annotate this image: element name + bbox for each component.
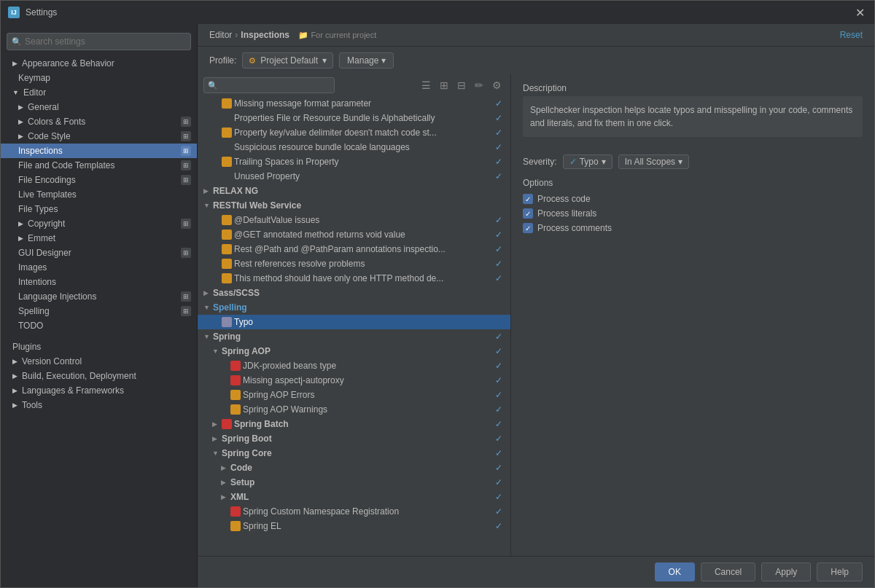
sidebar-item-language-injections[interactable]: Language Injections ⊞	[1, 289, 197, 304]
process-comments-checkbox[interactable]: ✓	[523, 223, 533, 233]
sidebar-item-plugins[interactable]: Plugins	[1, 340, 197, 354]
breadcrumb-current: Inspections	[241, 30, 289, 40]
tree-item[interactable]: Property key/value delimiter doesn't mat…	[198, 125, 510, 140]
scope-dropdown[interactable]: In All Scopes ▾	[618, 154, 689, 169]
tree-group[interactable]: ▼ Spring AOP ✓	[198, 344, 510, 358]
badge-icon: ⊞	[181, 248, 191, 258]
help-button[interactable]: Help	[817, 562, 863, 581]
tree-group[interactable]: ▼ Spring Core ✓	[198, 446, 510, 460]
edit-button[interactable]: ✏	[472, 78, 486, 93]
sidebar-item-appearance[interactable]: ▶ Appearance & Behavior	[1, 56, 197, 71]
tree-group[interactable]: ▼ RESTful Web Service	[198, 198, 510, 213]
severity-indicator	[222, 142, 232, 152]
tree-item[interactable]: Spring EL ✓	[198, 519, 510, 533]
tree-item[interactable]: Spring Custom Namespace Registration ✓	[198, 504, 510, 519]
check-icon: ✓	[493, 360, 505, 372]
sidebar-item-copyright[interactable]: ▶ Copyright ⊞	[1, 216, 197, 231]
sidebar-item-keymap[interactable]: Keymap	[1, 71, 197, 85]
item-label: This method should have only one HTTP me…	[234, 273, 493, 283]
tree-item[interactable]: Rest references resolve problems ✓	[198, 256, 510, 271]
process-literals-checkbox[interactable]: ✓	[523, 208, 533, 219]
sidebar-item-languages[interactable]: ▶ Languages & Frameworks	[1, 383, 197, 398]
collapse-all-button[interactable]: ⊟	[454, 78, 469, 93]
inspection-tree: Missing message format parameter ✓ Prope…	[198, 96, 510, 556]
apply-button[interactable]: Apply	[761, 562, 811, 581]
tree-group[interactable]: ▼ Spelling	[198, 300, 510, 315]
tree-item[interactable]: Rest @Path and @PathParam annotations in…	[198, 242, 510, 256]
option-row-process-code: ✓ Process code	[523, 194, 863, 204]
expand-icon: ▼	[203, 333, 211, 340]
filter-button[interactable]: ☰	[419, 78, 434, 93]
check-icon: ✓	[493, 258, 505, 270]
search-wrap: 🔍	[203, 77, 416, 93]
sidebar-item-inspections[interactable]: Inspections ⊞	[1, 144, 197, 158]
sidebar-item-general[interactable]: ▶ General	[1, 100, 197, 114]
settings-button[interactable]: ⚙	[489, 78, 505, 93]
sidebar-item-file-templates[interactable]: File and Code Templates ⊞	[1, 158, 197, 173]
breadcrumb: Editor › Inspections 📁 For current proje…	[209, 30, 376, 40]
tree-item[interactable]: @DefaultValue issues ✓	[198, 213, 510, 227]
sidebar-item-file-types[interactable]: File Types	[1, 202, 197, 216]
sidebar-item-tools[interactable]: ▶ Tools	[1, 398, 197, 412]
close-button[interactable]: ✕	[852, 5, 867, 20]
tree-group[interactable]: ▶ Setup ✓	[198, 475, 510, 490]
tree-item[interactable]: Spring AOP Warnings ✓	[198, 402, 510, 417]
sidebar-item-intentions[interactable]: Intentions	[1, 275, 197, 289]
sidebar-item-file-encodings[interactable]: File Encodings ⊞	[1, 173, 197, 187]
profile-dropdown[interactable]: ⚙ Project Default ▾	[242, 52, 333, 68]
inspection-search-input[interactable]	[203, 77, 335, 93]
ok-button[interactable]: OK	[655, 562, 695, 581]
severity-indicator	[222, 215, 232, 225]
tree-item[interactable]: This method should have only one HTTP me…	[198, 271, 510, 286]
expand-icon: ▶	[221, 493, 228, 501]
right-panel: Editor › Inspections 📁 For current proje…	[198, 24, 874, 587]
typo-item[interactable]: Typo	[198, 315, 510, 329]
expand-all-button[interactable]: ⊞	[437, 78, 451, 93]
severity-dropdown[interactable]: ✓ Typo ▾	[563, 154, 612, 169]
sidebar-item-editor[interactable]: ▼ Editor	[1, 85, 197, 100]
group-label: Spring AOP	[222, 346, 493, 356]
process-code-checkbox[interactable]: ✓	[523, 194, 533, 204]
tree-group[interactable]: ▶ Code ✓	[198, 460, 510, 475]
chevron-down-icon: ▾	[381, 55, 386, 66]
tree-item[interactable]: @GET annotated method returns void value…	[198, 227, 510, 242]
sidebar-item-gui-designer[interactable]: GUI Designer ⊞	[1, 246, 197, 260]
sidebar-item-todo[interactable]: TODO	[1, 318, 197, 333]
group-label: Sass/SCSS	[213, 288, 505, 298]
tree-item[interactable]: Missing aspectj-autoproxy ✓	[198, 373, 510, 388]
cancel-button[interactable]: Cancel	[701, 562, 755, 581]
tree-item[interactable]: Suspicious resource bundle locale langua…	[198, 140, 510, 154]
tree-group[interactable]: ▶ Sass/SCSS	[198, 286, 510, 300]
tree-group[interactable]: ▶ Spring Boot ✓	[198, 431, 510, 446]
search-input[interactable]	[7, 33, 191, 50]
tree-item[interactable]: Properties File or Resource Bundle is Al…	[198, 111, 510, 125]
sidebar-item-code-style[interactable]: ▶ Code Style ⊞	[1, 129, 197, 144]
tree-group[interactable]: ▼ Spring ✓	[198, 329, 510, 344]
sidebar-item-colors-fonts[interactable]: ▶ Colors & Fonts ⊞	[1, 114, 197, 129]
chevron-down-icon: ▾	[322, 55, 327, 66]
tree-group[interactable]: ▶ Spring Batch ✓	[198, 417, 510, 431]
tree-item[interactable]: Unused Property ✓	[198, 169, 510, 184]
item-label: Unused Property	[234, 171, 493, 181]
sidebar-item-images[interactable]: Images	[1, 260, 197, 275]
tree-group[interactable]: ▶ XML ✓	[198, 490, 510, 504]
sidebar-item-build[interactable]: ▶ Build, Execution, Deployment	[1, 369, 197, 383]
tree-item[interactable]: Trailing Spaces in Property ✓	[198, 154, 510, 169]
sidebar-item-emmet[interactable]: ▶ Emmet	[1, 231, 197, 246]
tree-item[interactable]: Spring AOP Errors ✓	[198, 388, 510, 402]
check-icon: ✓	[493, 389, 505, 401]
sidebar-item-live-templates[interactable]: Live Templates	[1, 187, 197, 202]
severity-indicator	[230, 404, 241, 415]
reset-link[interactable]: Reset	[840, 30, 863, 40]
tree-item[interactable]: JDK-proxied beans type ✓	[198, 358, 510, 373]
tree-group[interactable]: ▶ RELAX NG	[198, 184, 510, 198]
check-icon: ✓	[493, 112, 505, 124]
manage-button[interactable]: Manage ▾	[339, 52, 394, 68]
sidebar-item-version-control[interactable]: ▶ Version Control	[1, 354, 197, 369]
arrow-icon: ▶	[12, 60, 18, 67]
tree-item[interactable]: Missing message format parameter ✓	[198, 96, 510, 111]
severity-indicator	[230, 390, 241, 400]
expand-icon: ▶	[221, 479, 228, 486]
sidebar-item-spelling[interactable]: Spelling ⊞	[1, 304, 197, 318]
severity-indicator	[222, 157, 232, 167]
